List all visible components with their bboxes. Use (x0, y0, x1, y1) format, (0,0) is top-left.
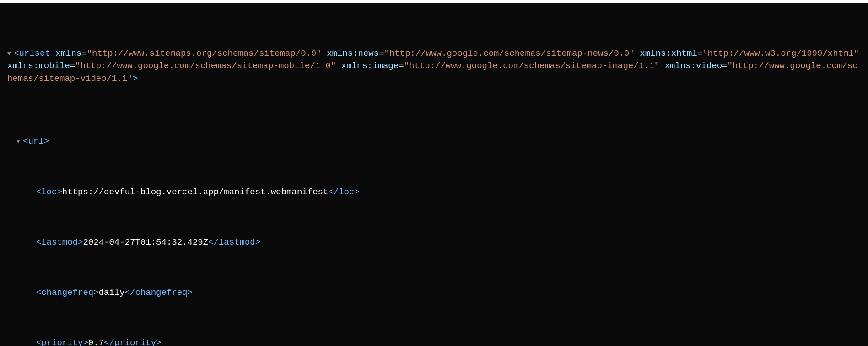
window-top-edge (0, 0, 868, 3)
priority-element[interactable]: <priority>0.7</priority> (7, 337, 861, 346)
root-open-tag[interactable]: ▼<urlset xmlns="http://www.sitemaps.org/… (7, 48, 861, 85)
url-open-tag[interactable]: ▼<url> (7, 135, 861, 148)
tag-name: urlset (19, 48, 50, 59)
changefreq-value: daily (99, 287, 125, 298)
loc-element[interactable]: <loc>https://devful-blog.vercel.app/mani… (7, 186, 861, 199)
xml-tree-viewer: ▼<urlset xmlns="http://www.sitemaps.org/… (0, 3, 868, 346)
lastmod-element[interactable]: <lastmod>2024-04-27T01:54:32.429Z</lastm… (7, 236, 861, 249)
tag-name: url (28, 136, 43, 146)
loc-value: https://devful-blog.vercel.app/manifest.… (62, 187, 329, 197)
collapse-toggle-icon[interactable]: ▼ (7, 50, 14, 59)
changefreq-element[interactable]: <changefreq>daily</changefreq> (7, 287, 861, 299)
collapse-toggle-icon[interactable]: ▼ (16, 138, 23, 146)
lastmod-value: 2024-04-27T01:54:32.429Z (83, 237, 208, 247)
priority-value: 0.7 (88, 338, 104, 346)
